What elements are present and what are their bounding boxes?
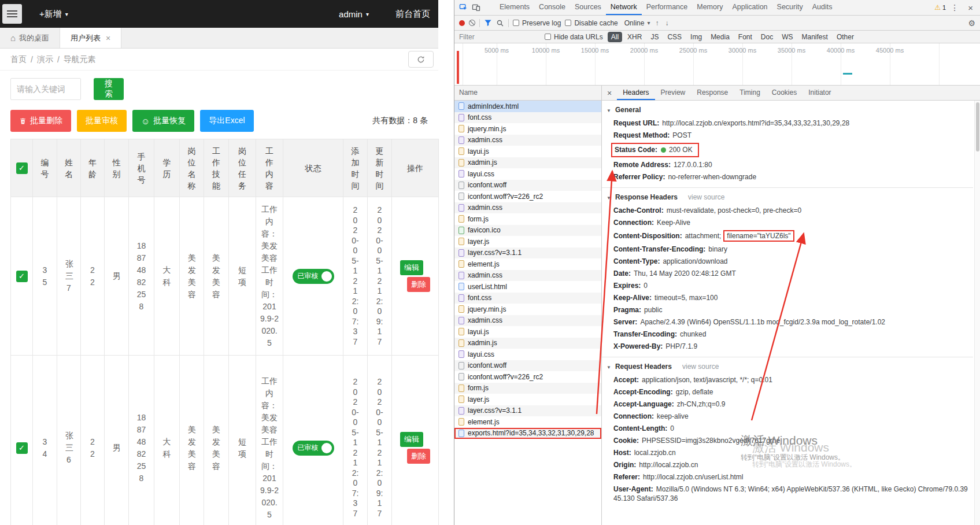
- view-source-link[interactable]: view source: [688, 193, 724, 201]
- batch-delete-button[interactable]: 批量删除: [10, 110, 71, 132]
- filter-pill[interactable]: CSS: [664, 32, 685, 42]
- request-row[interactable]: element.js: [454, 258, 601, 270]
- devtools-tab[interactable]: Sources: [570, 0, 606, 15]
- request-row[interactable]: xadmin.js: [454, 157, 601, 169]
- request-row[interactable]: adminIndex.html: [454, 101, 601, 112]
- request-row[interactable]: iconfont.woff: [454, 180, 601, 191]
- filter-icon[interactable]: [484, 19, 492, 27]
- disclosure-triangle-icon[interactable]: ▼: [607, 365, 611, 370]
- devtools-close-icon[interactable]: ×: [963, 3, 978, 13]
- batch-review-button[interactable]: 批量审核: [77, 110, 127, 132]
- hide-data-urls-checkbox[interactable]: Hide data URLs: [545, 33, 603, 41]
- devtools-tab[interactable]: Security: [772, 0, 808, 15]
- request-row[interactable]: layer.js: [454, 236, 601, 247]
- admin-menu[interactable]: admin ▾: [339, 9, 369, 19]
- request-row[interactable]: xadmin.css: [454, 135, 601, 146]
- search-icon[interactable]: [496, 19, 504, 27]
- menu-toggle-button[interactable]: [2, 4, 22, 24]
- request-row[interactable]: xadmin.css: [454, 315, 601, 327]
- filter-pill[interactable]: Font: [735, 32, 756, 42]
- filter-pill[interactable]: Doc: [757, 32, 776, 42]
- warning-indicator[interactable]: ⚠ 1: [934, 3, 946, 12]
- status-toggle[interactable]: 已审核: [293, 269, 334, 284]
- preserve-log-checkbox[interactable]: Preserve log: [513, 19, 561, 27]
- disclosure-triangle-icon[interactable]: ▼: [607, 108, 611, 113]
- request-row[interactable]: layui.css: [454, 168, 601, 180]
- scrollbar-thumb[interactable]: [976, 102, 979, 151]
- close-tab-icon[interactable]: ×: [106, 34, 110, 43]
- batch-restore-button[interactable]: ☺ 批量恢复: [132, 110, 194, 132]
- network-filter-input[interactable]: [459, 33, 540, 41]
- request-row[interactable]: iconfont.woff?v=226_rc2: [454, 191, 601, 202]
- view-source-link[interactable]: view source: [682, 363, 719, 371]
- request-row[interactable]: font.css: [454, 293, 601, 304]
- export-excel-button[interactable]: 导出Excel: [200, 110, 253, 132]
- select-all-checkbox[interactable]: ✓: [16, 162, 28, 174]
- detail-tab[interactable]: Timing: [734, 86, 766, 100]
- detail-tab[interactable]: Initiator: [803, 86, 837, 100]
- network-overview[interactable]: 5000 ms10000 ms15000 ms20000 ms25000 ms3…: [454, 43, 980, 86]
- tab-my-desktop[interactable]: ⌂ 我的桌面: [0, 28, 60, 48]
- request-row[interactable]: favicon.ico: [454, 225, 601, 236]
- request-row[interactable]: exports.html?id=35,34,33,32,31,30,29,28: [454, 428, 601, 439]
- request-row[interactable]: form.js: [454, 213, 601, 225]
- tab-user-list[interactable]: 用户列表 ×: [60, 28, 121, 48]
- request-row[interactable]: layui.css: [454, 349, 601, 360]
- request-row[interactable]: layer.css?v=3.1.1: [454, 405, 601, 417]
- filter-pill[interactable]: All: [608, 32, 622, 42]
- filter-pill[interactable]: WS: [778, 32, 796, 42]
- request-row[interactable]: xadmin.css: [454, 202, 601, 214]
- request-row[interactable]: form.js: [454, 383, 601, 394]
- detail-tab[interactable]: Headers: [617, 86, 654, 100]
- breadcrumb-item[interactable]: 导航元素: [64, 54, 96, 65]
- detail-tab[interactable]: Cookies: [766, 86, 803, 100]
- devtools-tab[interactable]: Performance: [642, 0, 693, 15]
- devtools-tab[interactable]: Audits: [808, 0, 837, 15]
- request-row[interactable]: layer.js: [454, 394, 601, 405]
- delete-button[interactable]: 删除: [407, 449, 430, 464]
- add-new-dropdown[interactable]: +新增 ▾: [39, 9, 68, 20]
- throttling-dropdown[interactable]: Online ▾: [624, 19, 650, 27]
- inspect-element-icon[interactable]: [457, 2, 469, 13]
- import-har-icon[interactable]: ↑: [654, 19, 660, 27]
- refresh-button[interactable]: [408, 51, 434, 68]
- edit-button[interactable]: 编辑: [400, 432, 423, 447]
- front-home-link[interactable]: 前台首页: [395, 9, 430, 20]
- filter-pill[interactable]: Img: [687, 32, 705, 42]
- edit-button[interactable]: 编辑: [400, 260, 423, 275]
- disclosure-triangle-icon[interactable]: ▼: [607, 195, 611, 201]
- filter-pill[interactable]: Media: [707, 32, 733, 42]
- devtools-tab[interactable]: Console: [534, 0, 570, 15]
- request-row[interactable]: jquery.min.js: [454, 304, 601, 315]
- breadcrumb-item[interactable]: 首页: [10, 54, 27, 65]
- filter-pill[interactable]: XHR: [624, 32, 645, 42]
- devtools-tab[interactable]: Application: [727, 0, 772, 15]
- request-row[interactable]: font.css: [454, 112, 601, 124]
- search-input[interactable]: [10, 78, 81, 100]
- devtools-tab[interactable]: Elements: [495, 0, 534, 15]
- request-row[interactable]: iconfont.woff?v=226_rc2: [454, 371, 601, 383]
- export-har-icon[interactable]: ↓: [664, 19, 670, 27]
- device-toolbar-icon[interactable]: [469, 2, 482, 13]
- request-row[interactable]: element.js: [454, 416, 601, 428]
- request-row[interactable]: xadmin.css: [454, 270, 601, 282]
- name-column-header[interactable]: Name: [454, 86, 601, 101]
- filter-pill[interactable]: Other: [833, 32, 857, 42]
- breadcrumb-item[interactable]: /: [57, 55, 60, 64]
- scrollbar[interactable]: [974, 101, 980, 525]
- row-checkbox[interactable]: ✓: [16, 442, 28, 454]
- request-row[interactable]: layui.js: [454, 146, 601, 157]
- filter-pill[interactable]: JS: [647, 32, 662, 42]
- record-button[interactable]: [459, 20, 465, 26]
- request-row[interactable]: jquery.min.js: [454, 123, 601, 135]
- devtools-tab[interactable]: Memory: [692, 0, 727, 15]
- delete-button[interactable]: 删除: [407, 277, 430, 292]
- detail-tab[interactable]: Preview: [655, 86, 691, 100]
- row-checkbox[interactable]: ✓: [16, 271, 28, 282]
- request-row[interactable]: layui.js: [454, 326, 601, 338]
- clear-icon[interactable]: [469, 20, 475, 26]
- breadcrumb-item[interactable]: 演示: [37, 54, 53, 65]
- request-row[interactable]: xadmin.js: [454, 338, 601, 349]
- devtools-tab[interactable]: Network: [606, 0, 642, 15]
- network-settings-gear-icon[interactable]: ⚙: [968, 19, 975, 28]
